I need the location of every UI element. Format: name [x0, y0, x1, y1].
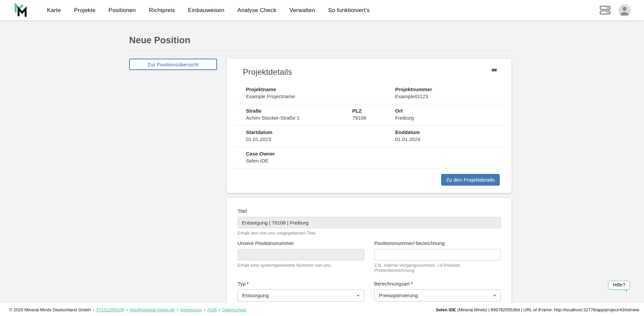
titel-input: [237, 217, 501, 228]
typ-select[interactable]: Entsorgung: [237, 290, 364, 302]
plz-label: PLZ: [352, 108, 395, 114]
required-asterisk: *: [411, 281, 413, 287]
typ-select-value: Entsorgung: [242, 293, 269, 299]
left-column: Zur Positionsübersicht: [129, 59, 217, 70]
plz-value: 79108: [352, 115, 395, 121]
enddatum-value: 01.01.2024: [395, 136, 505, 142]
table-row: Case Owner Selen IDE: [233, 147, 505, 169]
ort-label: Ort: [395, 108, 505, 114]
footer-link-agb[interactable]: AGB: [207, 307, 216, 312]
unsere-positionsnummer-helper: Erhält eine systemgenerierte Nummer von …: [237, 263, 364, 268]
nav-right-actions: [600, 4, 644, 16]
unsere-positionsnummer-input: [237, 249, 364, 260]
project-details-title: Projektdetails: [243, 67, 495, 77]
typ-label: Typ*: [237, 281, 364, 287]
projektnummer-label: Projektnummer: [395, 86, 505, 92]
nav-item-positionen[interactable]: Positionen: [109, 7, 136, 14]
table-row: Startdatum 01.01.2023 Enddatum 01.01.202…: [233, 126, 505, 147]
server-icon[interactable]: [600, 6, 610, 15]
startdatum-value: 01.01.2023: [246, 136, 395, 142]
project-details-table: Projektname Example Projectname Projektn…: [233, 83, 505, 169]
footer-link-datenschutz[interactable]: Datenschutz: [222, 307, 246, 312]
case-owner-label: Case Owner: [246, 151, 395, 156]
nav-item-projekte[interactable]: Projekte: [74, 7, 96, 14]
nav-item-analyse-check[interactable]: Analyse Check: [237, 7, 276, 14]
nav-item-karte[interactable]: Karte: [47, 7, 61, 14]
footer-left: © 2025 Mineral Minds Deutschland GmbH • …: [9, 307, 247, 312]
ort-value: Freiburg: [395, 115, 505, 121]
footer-separator: •: [204, 307, 206, 312]
titel-field: Titel Erhält den von uns vorgegebenen Ti…: [237, 208, 501, 236]
unsere-positionsnummer-label: Unsere Positionsnummer: [237, 240, 364, 246]
projektname-value: Example Projectname: [246, 93, 395, 99]
footer-session-info: Selen IDE (Mineral Minds) | 69576255536d…: [436, 307, 639, 312]
footer-user-name: Selen IDE: [436, 307, 456, 312]
project-details-card: Projektdetails Projektname Example Proje…: [227, 59, 512, 193]
nav-item-so-funktionierts[interactable]: So funktioniert's: [328, 7, 370, 14]
strasse-value: Achim-Stocker-Straße 1: [246, 115, 352, 121]
back-to-positions-button[interactable]: Zur Positionsübersicht: [129, 59, 217, 70]
collapse-minus-icon[interactable]: [492, 69, 497, 71]
nav-item-verwalten[interactable]: Verwalten: [289, 7, 315, 14]
positionsnummer-helper: Z.B. Interne-Vorgangsnummer, LV-Position…: [374, 263, 501, 273]
table-row: Projektname Example Projectname Projektn…: [233, 83, 505, 104]
titel-helper: Erhält den von uns vorgegebenen Titel.: [237, 231, 501, 236]
nav-item-richtpreis[interactable]: Richtpreis: [149, 7, 175, 14]
positionsnummer-field: Positionsnummer/-bezeichnung Z.B. Intern…: [374, 240, 501, 273]
table-row: Straße Achim-Stocker-Straße 1 PLZ 79108 …: [233, 104, 505, 126]
footer-separator: •: [219, 307, 220, 312]
nav-item-einbauweisen[interactable]: Einbauweisen: [188, 7, 224, 14]
positionsnummer-input[interactable]: [374, 249, 501, 260]
new-position-form-card: Titel Erhält den von uns vorgegebenen Ti…: [227, 198, 512, 316]
required-asterisk: *: [247, 281, 249, 287]
user-avatar-icon[interactable]: [619, 4, 631, 16]
strasse-label: Straße: [246, 108, 352, 114]
main-content: Neue Position Zur Positionsübersicht Pro…: [129, 20, 512, 316]
footer-session-details: (Mineral Minds) | 69576255536d | URL of …: [456, 307, 639, 312]
chevron-down-icon: [493, 295, 496, 297]
go-to-project-details-button[interactable]: Zu den Projektdetails: [441, 174, 500, 186]
berechnungsart-select[interactable]: Preisoptimierung: [374, 290, 501, 302]
footer-link-email[interactable]: info@mineral-minds.de: [130, 307, 175, 312]
positionsnummer-label: Positionsnummer/-bezeichnung: [374, 240, 501, 246]
right-column: Projektdetails Projektname Example Proje…: [227, 59, 512, 316]
page-title: Neue Position: [129, 35, 512, 46]
footer: © 2025 Mineral Minds Deutschland GmbH • …: [0, 303, 644, 316]
footer-link-phone[interactable]: 07151/250100: [96, 307, 124, 312]
enddatum-label: Enddatum: [395, 129, 505, 135]
mineral-minds-logo-icon: [13, 3, 28, 18]
top-navigation-bar: Karte Projekte Positionen Richtpreis Ein…: [0, 0, 644, 20]
berechnungsart-label: Berechnungsart*: [374, 281, 501, 287]
title-divider: [129, 51, 512, 51]
main-nav: Karte Projekte Positionen Richtpreis Ein…: [47, 7, 370, 14]
projektname-label: Projektname: [246, 86, 395, 92]
titel-label: Titel: [237, 208, 501, 214]
help-button[interactable]: Hilfe?: [608, 281, 630, 290]
projektnummer-value: ExampleID123: [395, 93, 505, 99]
footer-separator: •: [93, 307, 95, 312]
berechnungsart-select-value: Preisoptimierung: [379, 293, 418, 299]
case-owner-value: Selen IDE: [246, 158, 395, 164]
footer-separator: •: [177, 307, 178, 312]
footer-separator: •: [126, 307, 128, 312]
startdatum-label: Startdatum: [246, 129, 395, 135]
footer-link-impressum[interactable]: Impressum: [180, 307, 202, 312]
mineral-minds-logo[interactable]: [13, 3, 28, 18]
unsere-positionsnummer-field: Unsere Positionsnummer Erhält eine syste…: [237, 240, 364, 273]
footer-copyright: © 2025 Mineral Minds Deutschland GmbH: [9, 307, 91, 312]
chevron-down-icon: [357, 295, 360, 297]
